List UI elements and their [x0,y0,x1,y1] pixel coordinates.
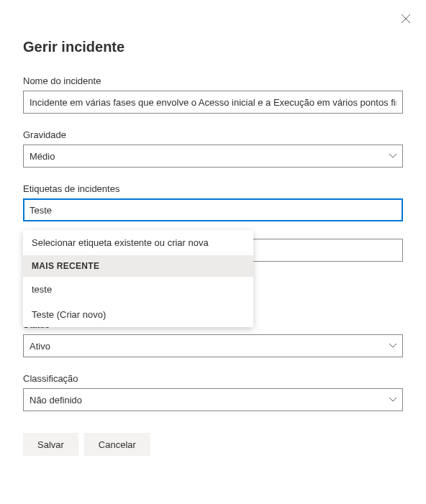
classification-select-wrapper: Não definido [23,388,403,411]
close-icon [401,14,411,27]
incident-name-group: Nome do incidente [23,75,403,114]
cancel-button[interactable]: Cancelar [84,433,150,456]
dialog-title: Gerir incidente [23,39,403,55]
classification-group: Classificação Não definido [23,373,403,411]
classification-select[interactable]: Não definido [23,388,403,411]
dropdown-item[interactable]: teste [23,277,253,302]
save-button[interactable]: Salvar [23,433,78,456]
severity-select-wrapper: Médio [23,145,403,168]
severity-value: Médio [30,151,55,162]
close-button[interactable] [397,12,414,29]
tags-dropdown: Selecionar etiqueta existente ou criar n… [23,230,253,327]
classification-value: Não definido [30,395,82,406]
tags-label: Etiquetas de incidentes [23,183,403,194]
incident-name-input[interactable] [23,91,403,114]
severity-group: Gravidade Médio [23,129,403,168]
dropdown-header: Selecionar etiqueta existente ou criar n… [23,230,253,255]
severity-select[interactable]: Médio [23,145,403,168]
severity-label: Gravidade [23,129,403,140]
dropdown-section-label: MAIS RECENTE [23,255,253,277]
status-value: Ativo [30,341,50,352]
tags-input[interactable] [23,198,403,221]
dropdown-item[interactable]: Teste (Criar novo) [23,302,253,327]
status-select-wrapper: Ativo [23,334,403,357]
status-select[interactable]: Ativo [23,334,403,357]
incident-name-label: Nome do incidente [23,75,403,86]
classification-label: Classificação [23,373,403,384]
tags-group: Etiquetas de incidentes [23,183,403,221]
button-row: Salvar Cancelar [23,433,403,456]
